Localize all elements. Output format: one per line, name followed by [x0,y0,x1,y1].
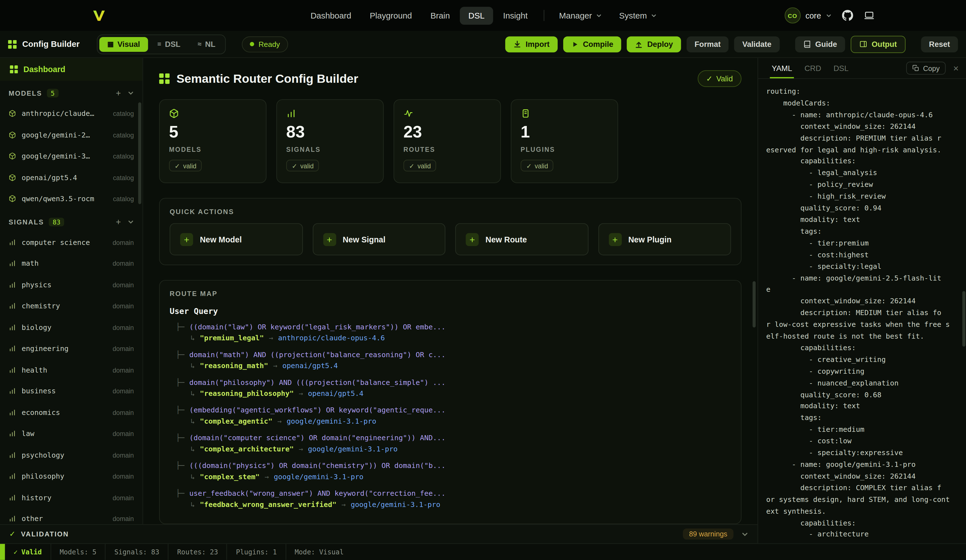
user-menu[interactable]: CO core [784,7,831,23]
route-entry[interactable]: ├─ domain("philosophy") AND (((projectio… [169,378,731,397]
signal-list-item[interactable]: health domain [0,359,143,381]
nav-item[interactable]: DSL [460,7,493,25]
output-tab[interactable]: DSL [827,58,854,79]
model-list-item[interactable]: google/gemini-3… catalog [0,146,143,167]
stat-card-routes: 23 ROUTES ✓valid [393,99,501,183]
nav-item[interactable]: Insight [495,7,536,25]
package-icon [169,108,179,118]
stat-value: 5 [169,124,178,141]
toolbar-actions: Import Compile Deploy Format Validate Gu… [505,35,958,53]
code-line: - name: google/gemini-3.1-pro [766,459,966,471]
app-logo[interactable] [91,8,107,23]
signal-list-item[interactable]: other domain [0,508,143,524]
route-entry[interactable]: ├─ (domain("computer science") OR domain… [169,434,731,453]
code-line: quality_score: 0.94 [766,202,966,214]
main-scrollbar[interactable] [753,281,756,327]
route-name: "complex_agentic" [200,417,273,425]
signal-list-item[interactable]: history domain [0,487,143,508]
nav-menu[interactable]: Manager [552,7,609,25]
nav-menu[interactable]: System [612,7,664,25]
arrow-icon: → [273,361,277,370]
check-icon: ✓ [706,74,713,83]
code-line: - tier:medium [766,424,966,436]
stat-label: PLUGINS [521,146,555,153]
bar-chart-icon [9,345,16,352]
item-tag: domain [113,388,134,395]
model-list-item[interactable]: qwen/qwen3.5-rocm catalog [0,188,143,209]
item-tag: domain [113,473,134,480]
route-entry[interactable]: ├─ domain("math") AND ((projection("bala… [169,350,731,370]
signal-list-item[interactable]: computer science domain [0,232,143,253]
import-button[interactable]: Import [505,36,558,52]
code-line: - name: google/gemini-2.5-flash-lit [766,272,966,284]
route-name: "reasoning_math" [200,361,268,370]
signals-list: computer science domain math domain [0,232,143,524]
sidebar-item-dashboard[interactable]: Dashboard [0,58,143,81]
nav-item[interactable]: Dashboard [302,7,360,25]
code-line: - architecture [766,529,966,540]
reset-button[interactable]: Reset [921,36,958,52]
signal-list-item[interactable]: math domain [0,253,143,274]
route-entry[interactable]: ├─ user_feedback("wrong_answer") AND key… [169,489,731,509]
code-line: r low-cost expressive tasks when the fre… [766,319,966,331]
validate-button[interactable]: Validate [734,36,779,52]
deploy-button[interactable]: Deploy [627,36,681,52]
code-line: - legal_analysis [766,167,966,179]
tree-leaf-icon: ↳ [191,389,195,398]
item-tag: domain [113,345,134,352]
signal-list-item[interactable]: engineering domain [0,338,143,360]
output-tab[interactable]: YAML [766,58,798,79]
signal-list-item[interactable]: business domain [0,381,143,402]
validation-bar[interactable]: ✓ VALIDATION 89 warnings [0,524,757,543]
route-condition: user_feedback("wrong_answer") AND keywor… [189,489,445,498]
output-tab[interactable]: CRD [798,58,827,79]
device-icon[interactable] [864,10,875,21]
upload-icon [635,40,643,48]
mode-toggle-button[interactable]: ≈ NL [190,37,223,52]
route-entry[interactable]: ├─ (((domain("physics") OR domain("chemi… [169,461,731,481]
yaml-code-view[interactable]: routing: modelCards: - name: anthropic/c… [758,79,966,543]
avatar: CO [784,7,800,23]
close-icon[interactable]: × [953,63,958,73]
signal-list-item[interactable]: law domain [0,423,143,444]
signal-list-item[interactable]: philosophy domain [0,465,143,487]
sidebar-scrollbar[interactable] [138,102,141,204]
collapse-models-icon[interactable] [128,90,134,96]
github-icon[interactable] [842,10,853,21]
quick-action-button[interactable]: + New Model [169,223,302,255]
output-button[interactable]: Output [851,35,906,53]
guide-button[interactable]: Guide [795,36,845,52]
add-signal-button[interactable]: + [116,217,121,226]
signal-list-item[interactable]: chemistry domain [0,296,143,317]
collapse-signals-icon[interactable] [128,218,134,225]
nav-item[interactable]: Playground [361,7,421,25]
route-map-title: ROUTE MAP [169,290,731,297]
model-list-item[interactable]: openai/gpt5.4 catalog [0,167,143,188]
add-model-button[interactable]: + [116,89,121,98]
route-entry[interactable]: ├─ ((domain("law") OR keyword("legal_ris… [169,323,731,342]
route-entry[interactable]: ├─ (embedding("agentic_workflows") OR ke… [169,406,731,425]
compile-button[interactable]: Compile [563,36,621,52]
nav-item[interactable]: Brain [422,7,458,25]
code-line: description: MEDIUM tier alias fo [766,307,966,319]
quick-action-button[interactable]: + New Signal [312,223,445,255]
copy-button[interactable]: Copy [907,62,946,75]
stat-value: 23 [403,124,422,141]
stat-card-plugins: 1 PLUGINS ✓valid [511,99,618,183]
code-line: description: COMPLEX tier alias f [766,482,966,494]
mode-toggle-button[interactable]: ▦ Visual [99,37,148,52]
model-list-item[interactable]: anthropic/claude… catalog [0,103,143,124]
tree-branch-icon: ├─ [176,434,184,442]
quick-action-button[interactable]: + New Route [455,223,588,255]
mode-toggle-button[interactable]: ≡ DSL [149,37,188,52]
yaml-scrollbar[interactable] [962,291,966,347]
check-icon: ✓ [526,162,532,169]
signal-list-item[interactable]: psychology domain [0,444,143,466]
quick-action-button[interactable]: + New Plugin [598,223,731,255]
model-list-item[interactable]: google/gemini-2… catalog [0,124,143,146]
chevron-down-icon[interactable] [741,530,748,537]
signal-list-item[interactable]: physics domain [0,274,143,296]
format-button[interactable]: Format [687,36,729,52]
signal-list-item[interactable]: economics domain [0,402,143,423]
signal-list-item[interactable]: biology domain [0,317,143,338]
